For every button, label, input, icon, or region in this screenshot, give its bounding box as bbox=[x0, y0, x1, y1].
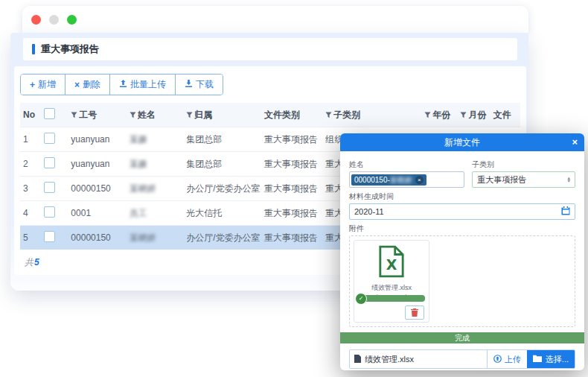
filter-icon[interactable] bbox=[424, 110, 431, 121]
uploaded-filename: 绩效管理.xlsx bbox=[358, 283, 425, 293]
total-count: 5 bbox=[34, 257, 39, 267]
filter-icon[interactable] bbox=[71, 110, 77, 121]
delete-button[interactable]: × 删除 bbox=[65, 75, 109, 95]
select-all-checkbox[interactable] bbox=[44, 108, 55, 119]
redacted-name: 某媛 bbox=[130, 159, 147, 169]
header-name[interactable]: 姓名 bbox=[127, 103, 183, 127]
app-background: 重大事项报告 + 新增 × 删除 批量上传 下载 bbox=[0, 0, 588, 377]
calendar-icon[interactable] bbox=[561, 206, 570, 217]
attachment-dropzone[interactable]: X 绩效管理.xlsx (14.58 KB) ✓ bbox=[349, 235, 575, 327]
selected-filename: 绩效管理.xlsx bbox=[365, 354, 414, 365]
header-year[interactable]: 年份 bbox=[421, 103, 457, 127]
name-field-label: 姓名 bbox=[349, 159, 464, 170]
close-icon[interactable]: × bbox=[572, 133, 578, 151]
window-close-dot[interactable] bbox=[31, 15, 41, 25]
add-button[interactable]: + 新增 bbox=[21, 75, 65, 95]
title-accent-bar bbox=[32, 44, 35, 54]
row-checkbox[interactable] bbox=[44, 157, 55, 168]
window-titlebar bbox=[22, 6, 528, 33]
page-header: 重大事项报告 bbox=[23, 38, 517, 60]
filter-icon[interactable] bbox=[460, 110, 467, 121]
remove-tag-icon[interactable]: × bbox=[415, 176, 424, 184]
batch-upload-button-label: 批量上传 bbox=[130, 78, 166, 91]
header-subcategory[interactable]: 子类别 bbox=[322, 103, 421, 127]
trash-icon bbox=[411, 306, 418, 320]
redacted-name: 某媛 bbox=[130, 134, 147, 145]
header-org[interactable]: 归属 bbox=[183, 103, 261, 127]
name-tag-prefix: 00000150- bbox=[354, 176, 390, 184]
svg-text:X: X bbox=[386, 256, 397, 273]
header-category: 文件类别 bbox=[261, 103, 322, 127]
upload-file-button[interactable]: 上传 bbox=[487, 350, 527, 368]
header-no: No bbox=[20, 103, 41, 127]
redacted-name: 某晓娇 bbox=[130, 183, 156, 194]
date-input[interactable]: 2020-11 bbox=[349, 203, 575, 220]
redacted-name: 某晓娇 bbox=[390, 176, 412, 184]
selected-file-display: 绩效管理.xlsx bbox=[350, 350, 487, 368]
row-checkbox[interactable] bbox=[44, 231, 55, 242]
total-label: 共 bbox=[25, 257, 33, 267]
x-icon: × bbox=[74, 80, 80, 89]
upload-icon bbox=[119, 80, 127, 90]
delete-button-label: 删除 bbox=[83, 78, 100, 91]
choose-file-label: 选择... bbox=[546, 354, 569, 365]
attachment-field-label: 附件 bbox=[349, 224, 575, 234]
subcategory-field-label: 子类别 bbox=[472, 159, 575, 170]
file-input-row: 绩效管理.xlsx 上传 选择... bbox=[349, 349, 575, 369]
filter-icon[interactable] bbox=[325, 110, 332, 121]
modal-body: 姓名 00000150-某晓娇 × 子类别 重大事项报告 bbox=[340, 151, 584, 369]
modal-header: 新增文件 × bbox=[340, 133, 584, 151]
add-file-modal: 新增文件 × 姓名 00000150-某晓娇 × bbox=[340, 133, 584, 370]
table-header-row: No 工号 姓名 归属 文件类别 子类别 年份 月份 文件 bbox=[20, 103, 520, 127]
filter-icon[interactable] bbox=[130, 110, 136, 121]
row-checkbox[interactable] bbox=[44, 206, 55, 218]
upload-complete-bar: 完成 bbox=[340, 332, 584, 343]
header-month[interactable]: 月份 bbox=[457, 103, 490, 127]
choose-file-button[interactable]: 选择... bbox=[527, 350, 575, 368]
download-icon bbox=[185, 80, 193, 90]
date-value: 2020-11 bbox=[354, 207, 384, 216]
excel-file-icon: X bbox=[378, 267, 405, 280]
name-input[interactable]: 00000150-某晓娇 × bbox=[349, 171, 464, 188]
download-button[interactable]: 下载 bbox=[175, 75, 223, 95]
toolbar: + 新增 × 删除 批量上传 下载 bbox=[20, 74, 223, 95]
date-field-label: 材料生成时间 bbox=[349, 191, 575, 202]
folder-icon bbox=[533, 355, 542, 364]
chevron-up-down-icon: ▴▾ bbox=[567, 177, 570, 183]
row-checkbox[interactable] bbox=[44, 182, 55, 193]
add-button-label: 新增 bbox=[38, 78, 56, 91]
redacted-name: 某晓娇 bbox=[130, 232, 156, 243]
upload-file-label: 上传 bbox=[505, 354, 521, 365]
delete-file-button[interactable] bbox=[405, 305, 424, 320]
check-icon: ✓ bbox=[355, 293, 367, 305]
subcategory-select[interactable]: 重大事项报告 ▴▾ bbox=[472, 171, 575, 188]
redacted-name: 员工 bbox=[130, 208, 147, 218]
upload-circle-icon bbox=[493, 355, 502, 364]
name-tag: 00000150-某晓娇 × bbox=[351, 174, 426, 186]
uploaded-file-card: X 绩效管理.xlsx (14.58 KB) ✓ bbox=[354, 240, 429, 323]
document-icon bbox=[354, 355, 361, 364]
upload-progress-bar: ✓ bbox=[358, 295, 425, 302]
download-button-label: 下载 bbox=[196, 78, 214, 91]
plus-icon: + bbox=[30, 80, 35, 89]
window-minimize-dot[interactable] bbox=[49, 15, 59, 25]
header-file: 文件 bbox=[490, 103, 520, 127]
subcategory-value: 重大事项报告 bbox=[477, 174, 526, 186]
window-maximize-dot[interactable] bbox=[67, 15, 77, 25]
row-checkbox[interactable] bbox=[44, 133, 55, 144]
modal-title: 新增文件 bbox=[444, 137, 480, 148]
header-employee-id[interactable]: 工号 bbox=[68, 103, 126, 127]
filter-icon[interactable] bbox=[186, 110, 193, 121]
header-checkbox-cell bbox=[41, 103, 68, 127]
page-title: 重大事项报告 bbox=[41, 42, 99, 56]
batch-upload-button[interactable]: 批量上传 bbox=[109, 75, 175, 95]
